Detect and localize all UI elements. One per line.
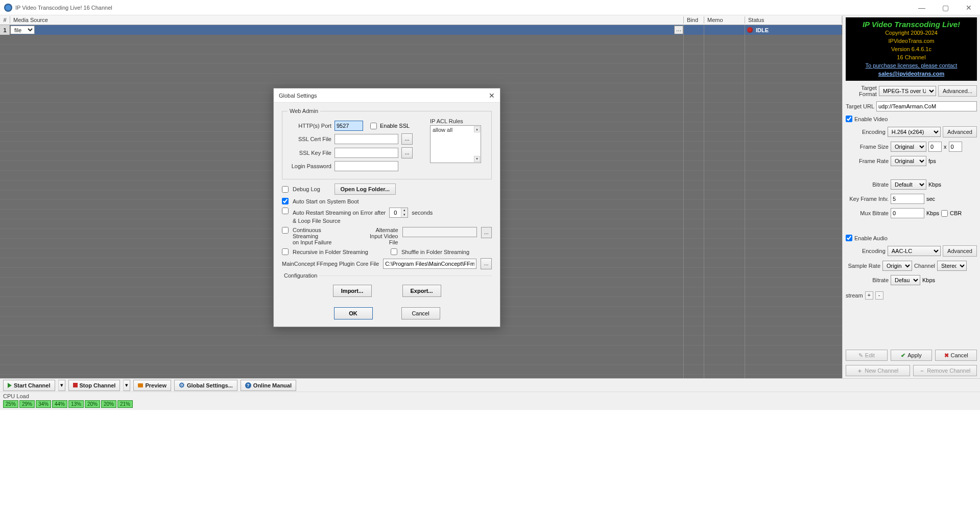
ip-acl-label: IP ACL Rules: [430, 118, 486, 124]
mainconcept-label: MainConcept FFmpeg Plugin Core File: [282, 261, 379, 267]
continuous-streaming-checkbox[interactable]: [282, 227, 289, 234]
mainconcept-browse-button[interactable]: ...: [481, 258, 492, 269]
debug-log-checkbox[interactable]: [282, 186, 289, 193]
dialog-cancel-button[interactable]: Cancel: [401, 307, 440, 319]
continuous-label-2: on Input Failure: [293, 239, 347, 245]
http-port-label: HTTP(s) Port: [288, 123, 331, 129]
ip-acl-listbox[interactable]: allow all ▴ ▾: [430, 125, 481, 163]
ssl-cert-label: SSL Cert File: [288, 136, 331, 142]
global-settings-dialog: Global Settings ✕ Web Admin HTTP(s) Port…: [273, 88, 500, 327]
enable-ssl-checkbox[interactable]: [370, 123, 377, 129]
seconds-unit: seconds: [412, 210, 433, 216]
autostart-checkbox[interactable]: [282, 198, 289, 204]
mainconcept-input[interactable]: [383, 259, 476, 269]
ssl-key-input[interactable]: [334, 148, 398, 158]
autorestart-checkbox[interactable]: [282, 208, 289, 214]
dialog-close-button[interactable]: ✕: [489, 91, 495, 100]
autorestart-seconds-input[interactable]: [390, 208, 401, 217]
spin-up-icon[interactable]: ▴: [401, 208, 408, 213]
continuous-label-1: Continuous Streaming: [293, 227, 347, 239]
login-password-input[interactable]: [334, 161, 398, 171]
spin-down-icon[interactable]: ▾: [401, 213, 408, 217]
dialog-title: Global Settings: [279, 93, 317, 99]
alternate-label-1: Alternate: [360, 227, 398, 233]
ssl-cert-input[interactable]: [334, 134, 398, 144]
autorestart-label-2: & Loop File Source: [293, 218, 433, 224]
shuffle-checkbox[interactable]: [391, 248, 397, 255]
recursive-checkbox[interactable]: [282, 248, 289, 255]
alternate-video-input[interactable]: [402, 227, 477, 237]
alternate-label-2: Input Video File: [360, 233, 398, 245]
scroll-down-icon[interactable]: ▾: [474, 156, 480, 162]
shuffle-label: Shuffle in Folder Streaming: [401, 249, 469, 255]
acl-item[interactable]: allow all: [433, 127, 452, 133]
ok-button[interactable]: OK: [334, 307, 373, 319]
ssl-key-label: SSL Key File: [288, 150, 331, 156]
autostart-label: Auto Start on System Boot: [293, 198, 359, 204]
ssl-cert-browse-button[interactable]: ...: [401, 133, 413, 145]
configuration-fieldset: Configuration Import... Export...: [282, 272, 492, 301]
dialog-titlebar[interactable]: Global Settings ✕: [274, 88, 500, 103]
ssl-key-browse-button[interactable]: ...: [401, 147, 413, 158]
debug-log-label: Debug Log: [293, 186, 320, 192]
scroll-up-icon[interactable]: ▴: [474, 126, 480, 132]
http-port-input[interactable]: [334, 121, 363, 131]
recursive-label: Recursive in Folder Streaming: [293, 249, 368, 255]
export-button[interactable]: Export...: [402, 285, 441, 297]
login-password-label: Login Password: [288, 163, 331, 169]
open-log-folder-button[interactable]: Open Log Folder...: [334, 184, 396, 195]
autorestart-label-1: Auto Restart Streaming on Error after: [293, 210, 386, 216]
enable-ssl-label: Enable SSL: [380, 123, 410, 129]
web-admin-legend: Web Admin: [288, 108, 320, 114]
configuration-legend: Configuration: [282, 272, 319, 279]
modal-overlay: Global Settings ✕ Web Admin HTTP(s) Port…: [0, 0, 980, 527]
alternate-browse-button[interactable]: ...: [481, 227, 492, 238]
autorestart-seconds-spinner[interactable]: ▴▾: [389, 208, 408, 218]
import-button[interactable]: Import...: [333, 285, 372, 297]
web-admin-fieldset: Web Admin HTTP(s) Port Enable SSL SSL Ce…: [282, 108, 492, 179]
